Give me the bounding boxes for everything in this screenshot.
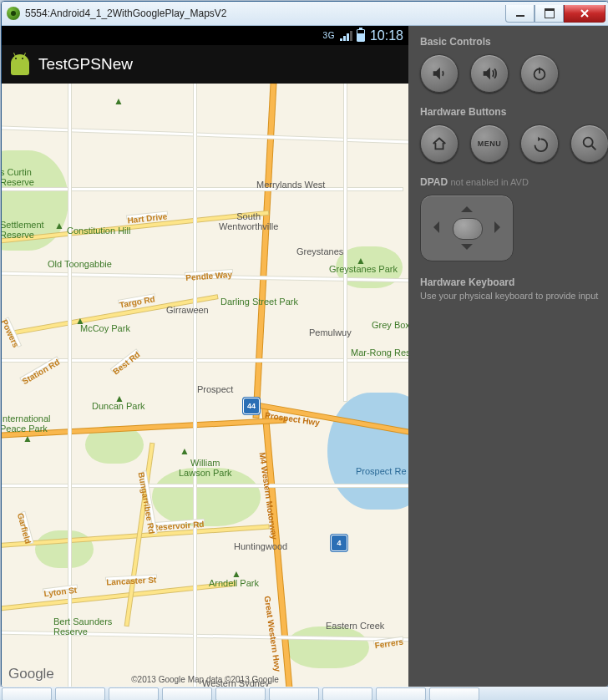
taskbar[interactable] xyxy=(0,687,608,700)
power-button[interactable] xyxy=(520,54,559,93)
action-bar: TestGPSNew xyxy=(2,45,408,84)
section-hardware-keyboard: Hardware Keyboard xyxy=(420,276,608,288)
app-title: TestGPSNew xyxy=(38,55,133,74)
dpad-up xyxy=(461,200,473,212)
android-status-bar[interactable]: 3G 10:18 xyxy=(2,26,408,45)
svg-point-2 xyxy=(584,138,593,147)
dpad-right xyxy=(494,221,506,233)
dpad-down xyxy=(461,244,473,256)
emulator-window: 5554:Android4_1_2WithGooglePlay_MapsV2 3… xyxy=(1,1,608,687)
volume-up-button[interactable] xyxy=(470,54,509,93)
volume-down-button[interactable] xyxy=(420,54,459,93)
app-icon xyxy=(10,53,30,76)
network-indicator: 3G xyxy=(323,31,335,40)
map-attribution: ©2013 Google Map data ©2013 Google xyxy=(2,675,408,684)
dpad-left xyxy=(428,221,439,233)
svg-line-3 xyxy=(592,146,596,150)
signal-icon xyxy=(340,31,352,41)
keyboard-note: Use your physical keyboard to provide in… xyxy=(420,290,608,302)
section-basic-controls: Basic Controls xyxy=(420,36,608,48)
search-button[interactable] xyxy=(570,124,608,163)
minimize-button[interactable] xyxy=(505,5,535,23)
close-button[interactable] xyxy=(564,5,605,23)
dpad-center xyxy=(453,218,483,240)
clock: 10:18 xyxy=(370,28,403,43)
section-dpad: DPAD not enabled in AVD xyxy=(420,176,608,188)
google-map-view[interactable]: Merrylands West South Wentworthville Gre… xyxy=(2,84,408,687)
window-title: 5554:Android4_1_2WithGooglePlay_MapsV2 xyxy=(25,8,505,19)
home-button[interactable] xyxy=(420,124,459,163)
menu-button[interactable]: MENU xyxy=(470,124,509,163)
section-hardware-buttons: Hardware Buttons xyxy=(420,106,608,118)
emulator-control-panel: Basic Controls Hardware Buttons MENU xyxy=(408,26,608,687)
battery-icon xyxy=(357,29,365,42)
titlebar[interactable]: 5554:Android4_1_2WithGooglePlay_MapsV2 xyxy=(2,2,608,26)
android-avd-icon xyxy=(7,7,20,20)
back-button[interactable] xyxy=(520,124,559,163)
dpad xyxy=(420,195,514,261)
dpad-disabled-note: not enabled in AVD xyxy=(450,177,528,187)
maximize-button[interactable] xyxy=(535,5,564,23)
device-screen: 3G 10:18 TestGPSNew xyxy=(2,26,408,687)
